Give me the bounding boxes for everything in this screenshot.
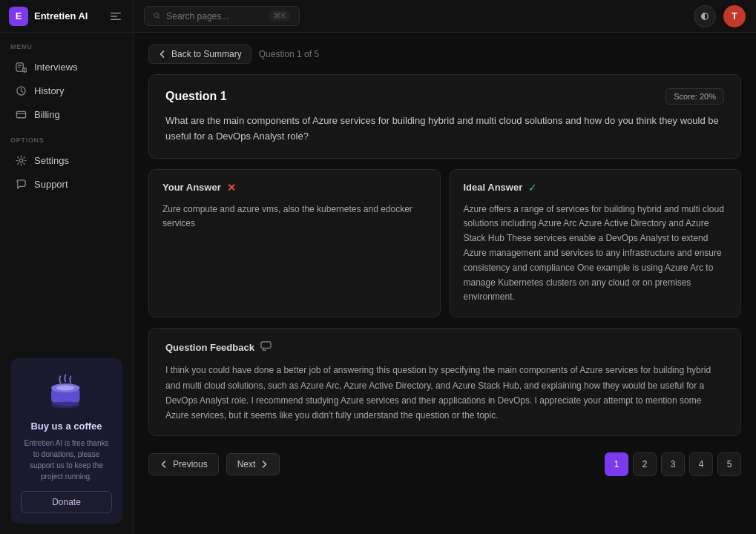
page-4-btn[interactable]: 4: [689, 452, 713, 476]
history-icon: [15, 85, 27, 96]
svg-point-8: [24, 70, 24, 71]
main-content: ⌘K T Back to Summary Question 1 of 5: [134, 0, 756, 534]
feedback-text: I think you could have done a better job…: [165, 363, 724, 423]
svg-rect-2: [111, 19, 121, 20]
logo-icon: E: [9, 7, 28, 26]
settings-label: Settings: [34, 155, 69, 166]
billing-icon: [15, 108, 27, 120]
content-area: Back to Summary Question 1 of 5 Question…: [134, 33, 756, 534]
menu-section-label: MENU: [0, 33, 133, 55]
svg-rect-21: [261, 342, 271, 348]
options-section-label: OPTIONS: [0, 126, 133, 148]
feedback-card: Question Feedback I think you could have…: [148, 328, 741, 436]
prev-arrow-icon: [160, 460, 168, 469]
interviews-label: Interviews: [34, 62, 78, 73]
app-name: Entretien AI: [34, 10, 88, 22]
support-label: Support: [34, 179, 68, 190]
avatar[interactable]: T: [723, 5, 746, 27]
svg-line-19: [158, 17, 160, 19]
search-icon: [154, 11, 160, 21]
sidebar: E Entretien AI MENU Interviews: [0, 0, 134, 534]
svg-point-12: [19, 159, 23, 162]
question-title: Question 1: [165, 90, 227, 103]
back-to-summary-btn[interactable]: Back to Summary: [148, 44, 252, 64]
correct-icon: ✓: [528, 182, 537, 194]
search-shortcut: ⌘K: [269, 10, 290, 22]
feedback-title: Question Feedback: [165, 342, 254, 353]
ideal-answer-title: Ideal Answer: [464, 182, 523, 193]
settings-icon: [15, 154, 27, 166]
theme-toggle-btn[interactable]: [694, 5, 716, 27]
coffee-description: Entretien AI is free thanks to donations…: [21, 438, 112, 482]
prev-btn[interactable]: Previous: [148, 453, 219, 475]
your-answer-panel: Your Answer ✕ Zure compute and azure vms…: [148, 169, 441, 318]
svg-rect-10: [16, 111, 25, 117]
sidebar-toggle-btn[interactable]: [108, 8, 124, 24]
your-answer-title: Your Answer: [162, 182, 221, 193]
coffee-title: Buy us a coffee: [21, 421, 112, 433]
page-numbers: 1 2 3 4 5: [605, 452, 741, 476]
sidebar-item-interviews[interactable]: Interviews: [4, 56, 128, 78]
breadcrumb-position: Question 1 of 5: [259, 49, 319, 59]
score-badge: Score: 20%: [665, 88, 724, 105]
coffee-widget: Buy us a coffee Entretien AI is free tha…: [10, 358, 122, 524]
svg-point-17: [51, 402, 80, 409]
search-box[interactable]: ⌘K: [144, 6, 300, 26]
topbar: ⌘K T: [134, 0, 756, 33]
ideal-answer-text: Azure offers a range of services for bui…: [464, 202, 728, 306]
billing-label: Billing: [34, 109, 60, 120]
answer-row: Your Answer ✕ Zure compute and azure vms…: [148, 169, 741, 318]
pagination: Previous Next 1 2 3 4 5: [148, 449, 741, 491]
svg-point-16: [56, 386, 75, 391]
svg-rect-1: [111, 16, 117, 17]
interviews-icon: [15, 61, 27, 73]
history-label: History: [34, 85, 64, 96]
page-5-btn[interactable]: 5: [717, 452, 741, 476]
next-arrow-icon: [260, 460, 269, 469]
search-input[interactable]: [166, 11, 263, 22]
page-3-btn[interactable]: 3: [661, 452, 685, 476]
back-label: Back to Summary: [171, 49, 242, 59]
sidebar-item-billing[interactable]: Billing: [4, 103, 128, 125]
sidebar-item-support[interactable]: Support: [4, 173, 128, 195]
next-btn[interactable]: Next: [226, 453, 280, 475]
support-icon: [15, 178, 27, 190]
breadcrumb: Back to Summary Question 1 of 5: [148, 44, 741, 64]
question-card: Question 1 Score: 20% What are the main …: [148, 74, 741, 159]
donate-button[interactable]: Donate: [21, 491, 112, 513]
your-answer-text: Zure compute and azure vms, also the kub…: [162, 202, 427, 232]
page-2-btn[interactable]: 2: [633, 452, 657, 476]
coffee-icon: [41, 369, 93, 413]
sidebar-item-history[interactable]: History: [4, 79, 128, 102]
prev-label: Previous: [173, 459, 208, 469]
page-1-btn[interactable]: 1: [605, 452, 628, 476]
feedback-icon: [260, 340, 272, 354]
sidebar-bottom: Buy us a coffee Entretien AI is free tha…: [0, 348, 133, 534]
question-text: What are the main components of Azure se…: [165, 113, 724, 145]
sidebar-item-settings[interactable]: Settings: [4, 149, 128, 171]
next-label: Next: [237, 459, 256, 469]
wrong-icon: ✕: [227, 182, 236, 194]
back-arrow-icon: [158, 50, 167, 59]
svg-rect-0: [111, 13, 121, 14]
sidebar-logo: E Entretien AI: [0, 0, 133, 33]
ideal-answer-panel: Ideal Answer ✓ Azure offers a range of s…: [450, 169, 742, 318]
